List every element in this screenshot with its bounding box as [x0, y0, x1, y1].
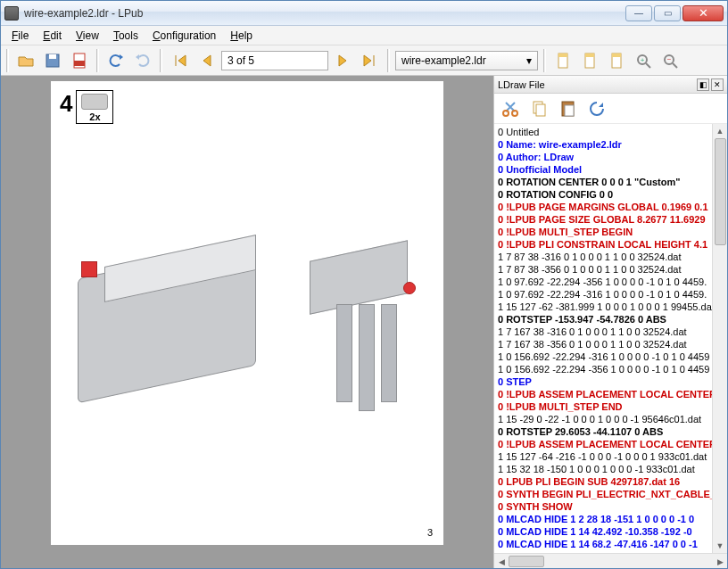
beam-1: [336, 304, 352, 402]
svg-text:+: +: [641, 56, 645, 64]
scroll-right-icon[interactable]: ▶: [713, 554, 727, 569]
code-line[interactable]: 0 LPUB PLI BEGIN SUB 4297187.dat 16: [498, 475, 708, 488]
code-line[interactable]: 1 0 97.692 -22.294 -356 1 0 0 0 0 -1 0 1…: [498, 276, 708, 288]
code-line[interactable]: 0 SYNTH SHOW: [498, 500, 708, 513]
vertical-scrollbar[interactable]: ▲ ▼: [712, 124, 727, 553]
hscroll-thumb[interactable]: [509, 556, 544, 567]
param-icon-3[interactable]: [605, 49, 628, 72]
maximize-button[interactable]: ▭: [654, 5, 681, 21]
code-line[interactable]: 0 Author: LDraw: [498, 151, 708, 163]
copy-icon[interactable]: [528, 97, 551, 120]
next-page-icon[interactable]: [332, 49, 355, 72]
redo-icon[interactable]: [131, 49, 154, 72]
panel-header[interactable]: LDraw File ◧ ✕: [494, 76, 727, 94]
red-brick-icon: [81, 261, 97, 277]
model-selector[interactable]: wire-example2.ldr ▾: [395, 51, 538, 70]
scroll-up-icon[interactable]: ▲: [713, 124, 727, 138]
client-area: 4 2x 3 LDraw File: [1, 76, 727, 568]
code-line[interactable]: 0 ROTATION CONFIG 0 0: [498, 188, 708, 201]
svg-text:−: −: [667, 55, 672, 63]
panel-close-icon[interactable]: ✕: [711, 78, 724, 91]
cut-icon[interactable]: [500, 97, 523, 120]
scroll-thumb[interactable]: [715, 138, 726, 245]
open-icon[interactable]: [14, 49, 37, 72]
code-line[interactable]: 0 !LPUB MULTI_STEP BEGIN: [498, 226, 708, 238]
menubar: File Edit View Tools Configuration Help: [1, 26, 727, 45]
sep: [96, 49, 99, 72]
sep: [387, 49, 390, 72]
code-line[interactable]: 0 !LPUB MULTI_STEP END: [498, 400, 708, 413]
code-line[interactable]: 0 !LPUB PAGE SIZE GLOBAL 8.2677 11.6929: [498, 213, 708, 226]
first-page-icon[interactable]: [168, 49, 191, 72]
red-pin-icon: [403, 282, 416, 294]
code-line[interactable]: 0 !LPUB PLI CONSTRAIN LOCAL HEIGHT 4.1: [498, 238, 708, 251]
code-line[interactable]: 0 MLCAD HIDE 1 14 68.2 -47.416 -147 0 0 …: [498, 538, 708, 550]
code-line[interactable]: 0 SYNTH BEGIN PLI_ELECTRIC_NXT_CABLE_: [498, 488, 708, 500]
code-line[interactable]: 1 7 167 38 -316 0 1 0 0 0 1 1 0 0 32524.…: [498, 326, 708, 338]
svg-rect-3: [74, 61, 85, 66]
code-line[interactable]: 0 ROTATION CENTER 0 0 0 1 "Custom": [498, 176, 708, 188]
menu-configuration[interactable]: Configuration: [145, 28, 223, 44]
zoom-out-icon[interactable]: −: [658, 49, 682, 72]
code-line[interactable]: 0 ROTSTEP 29.6053 -44.1107 0 ABS: [498, 425, 708, 438]
code-line[interactable]: 0 !LPUB PAGE MARGINS GLOBAL 0.1969 0.1: [498, 201, 708, 213]
code-body: 0 Untitled0 Name: wire-example2.ldr0 Aut…: [494, 124, 727, 553]
page-input[interactable]: [221, 51, 328, 70]
titlebar[interactable]: wire-example2.ldr - LPub — ▭ ✕: [1, 1, 727, 26]
sep: [543, 49, 546, 72]
paste-icon[interactable]: [557, 97, 580, 120]
scroll-track[interactable]: [713, 138, 727, 539]
panel-undock-icon[interactable]: ◧: [697, 78, 709, 91]
page-canvas[interactable]: 4 2x 3: [1, 76, 493, 568]
svg-line-14: [673, 63, 677, 68]
code-line[interactable]: 1 7 167 38 -356 0 1 0 0 0 1 1 0 0 32524.…: [498, 338, 708, 350]
code-line[interactable]: 1 15 32 18 -150 1 0 0 0 1 0 0 0 -1 933c0…: [498, 463, 708, 475]
horizontal-scrollbar[interactable]: ◀ ▶: [494, 553, 727, 568]
menu-file[interactable]: File: [4, 28, 36, 44]
minimize-button[interactable]: —: [625, 5, 652, 21]
model-selector-label: wire-example2.ldr: [401, 54, 486, 67]
pli-thumb: [81, 94, 108, 110]
code-line[interactable]: 0 Name: wire-example2.ldr: [498, 138, 708, 151]
code-line[interactable]: 1 0 156.692 -22.294 -316 1 0 0 0 0 -1 0 …: [498, 350, 708, 363]
code-line[interactable]: 0 MLCAD HIDE 1 2 28 18 -151 1 0 0 0 0 -1…: [498, 513, 708, 525]
code-line[interactable]: 1 15 -29 0 -22 -1 0 0 0 1 0 0 0 -1 95646…: [498, 413, 708, 425]
code-line[interactable]: 1 15 127 -64 -216 -1 0 0 0 -1 0 0 0 1 93…: [498, 450, 708, 463]
code-line[interactable]: 0 ROTSTEP -153.947 -54.7826 0 ABS: [498, 313, 708, 326]
save-icon[interactable]: [41, 49, 64, 72]
panel-title: LDraw File: [498, 79, 695, 90]
pli-qty: 2x: [81, 111, 108, 122]
menu-help[interactable]: Help: [223, 28, 260, 44]
step-number: 4: [60, 90, 72, 118]
code-line[interactable]: 1 15 127 -62 -381.999 1 0 0 0 1 0 0 0 1 …: [498, 301, 708, 313]
code-line[interactable]: 0 !LPUB ASSEM PLACEMENT LOCAL CENTER: [498, 438, 708, 450]
code-line[interactable]: 0 Unofficial Model: [498, 163, 708, 176]
scroll-left-icon[interactable]: ◀: [494, 554, 509, 569]
export-pdf-icon[interactable]: [68, 49, 91, 72]
param-icon-2[interactable]: [578, 49, 601, 72]
code-line[interactable]: 0 Untitled: [498, 126, 708, 138]
svg-rect-19: [536, 104, 545, 116]
refresh-icon[interactable]: [585, 97, 608, 120]
last-page-icon[interactable]: [359, 49, 382, 72]
code-line[interactable]: 1 7 87 38 -356 0 1 0 0 0 1 1 0 0 32524.d…: [498, 263, 708, 276]
code-line[interactable]: 1 7 87 38 -316 0 1 0 0 0 1 1 0 0 32524.d…: [498, 251, 708, 263]
undo-icon[interactable]: [104, 49, 128, 72]
close-button[interactable]: ✕: [682, 5, 724, 21]
svg-point-16: [503, 111, 509, 116]
scroll-down-icon[interactable]: ▼: [713, 539, 727, 553]
code-line[interactable]: 0 MLCAD HIDE 1 14 42.492 -10.358 -192 -0: [498, 525, 708, 538]
prev-page-icon[interactable]: [194, 49, 218, 72]
code-line[interactable]: 1 0 97.692 -22.294 -316 1 0 0 0 0 -1 0 1…: [498, 288, 708, 301]
beam-2: [359, 304, 375, 411]
code-area[interactable]: 0 Untitled0 Name: wire-example2.ldr0 Aut…: [494, 124, 712, 553]
code-line[interactable]: 0 STEP: [498, 375, 708, 388]
menu-edit[interactable]: Edit: [36, 28, 69, 44]
menu-tools[interactable]: Tools: [106, 28, 145, 44]
code-line[interactable]: 1 0 156.692 -22.294 -356 1 0 0 0 0 -1 0 …: [498, 363, 708, 375]
param-icon-1[interactable]: [551, 49, 575, 72]
zoom-in-icon[interactable]: +: [632, 49, 655, 72]
code-line[interactable]: 0 !LPUB ASSEM PLACEMENT LOCAL CENTER: [498, 388, 708, 400]
app-icon: [4, 6, 19, 21]
menu-view[interactable]: View: [69, 28, 106, 44]
